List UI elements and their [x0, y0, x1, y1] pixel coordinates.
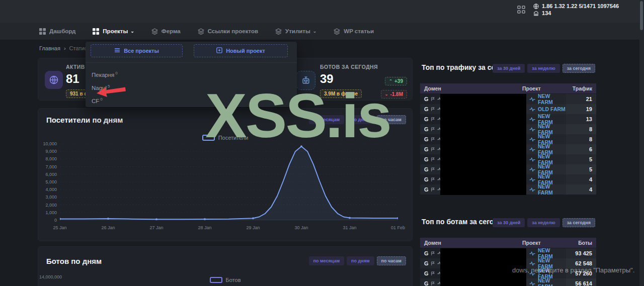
flag-icon[interactable]: [431, 251, 435, 256]
domain-icons: G: [420, 126, 440, 132]
google-icon[interactable]: G: [424, 280, 429, 286]
activity-icon: [529, 107, 535, 112]
new-project-button[interactable]: Новый проект: [194, 44, 288, 57]
x-axis-tick: 27 Jan: [141, 225, 172, 230]
period-button[interactable]: по дням: [347, 115, 374, 124]
flag-icon[interactable]: [431, 177, 435, 182]
nav-item[interactable]: Утилиты⌄: [275, 28, 316, 35]
flag-icon[interactable]: [431, 127, 435, 132]
google-icon[interactable]: G: [424, 96, 429, 102]
period-button[interactable]: по часам: [377, 115, 406, 124]
breadcrumb: Главная › Статис: [39, 45, 87, 51]
visitors-chart-legend[interactable]: Посетители: [38, 135, 412, 141]
project-link[interactable]: NEW FARM: [526, 124, 566, 134]
project-link[interactable]: NEW FARM: [526, 164, 566, 174]
flag-icon[interactable]: [431, 97, 435, 102]
google-icon[interactable]: G: [424, 166, 429, 172]
flag-icon[interactable]: [431, 107, 435, 112]
google-icon[interactable]: G: [424, 270, 429, 276]
project-link[interactable]: NEW FARM: [526, 114, 566, 124]
y-axis-tick: 3,000: [39, 195, 57, 200]
google-icon[interactable]: G: [424, 146, 429, 152]
all-projects-button[interactable]: Все проекты: [91, 44, 183, 57]
project-link[interactable]: NEW FARM: [526, 184, 566, 195]
google-icon[interactable]: G: [424, 186, 429, 193]
period-button[interactable]: за сегодня: [562, 64, 595, 73]
google-icon[interactable]: G: [424, 156, 429, 162]
domain-icons: G: [420, 186, 440, 193]
dropdown-project-item[interactable]: Пекарня0: [92, 71, 118, 78]
redacted-domains-block: [440, 94, 526, 195]
nav-item[interactable]: Дашборд: [39, 28, 75, 35]
project-link[interactable]: NEW FARM: [526, 144, 566, 154]
bots-delta-down-wrap: ⌄-1.8M: [381, 88, 407, 99]
google-icon[interactable]: G: [424, 136, 429, 142]
google-icon[interactable]: G: [424, 116, 429, 122]
google-icon[interactable]: G: [424, 126, 429, 132]
google-icon[interactable]: G: [424, 176, 429, 182]
period-button[interactable]: по часам: [377, 256, 406, 265]
period-button[interactable]: по дням: [347, 256, 374, 265]
value-cell: 62 548: [566, 258, 596, 268]
topbar-stat-lines: 1.86 1.32 1.22 5/1471 1097546 134: [533, 3, 619, 16]
period-button[interactable]: по месяцам: [309, 256, 345, 265]
nav-item[interactable]: Ферма: [151, 28, 181, 35]
activity-icon: [529, 177, 535, 182]
data-point-marker: [204, 218, 206, 220]
project-link[interactable]: NEW FARM: [526, 134, 566, 144]
scrollbar-thumb[interactable]: [640, 1, 643, 30]
layers-icon: [275, 28, 282, 35]
flag-icon[interactable]: [431, 281, 435, 286]
period-button[interactable]: за неделю: [527, 218, 559, 227]
google-icon[interactable]: G: [424, 106, 429, 112]
activity-icon: [529, 147, 535, 152]
y-axis-tick: 8,000: [39, 156, 57, 161]
breadcrumb-home[interactable]: Главная: [39, 45, 60, 51]
page-scrollbar[interactable]: [639, 0, 644, 286]
period-button[interactable]: за неделю: [527, 64, 559, 73]
data-point-marker: [155, 218, 157, 220]
nav-item[interactable]: Проекты⌄: [93, 28, 134, 35]
project-link[interactable]: NEW FARM: [526, 154, 566, 164]
activity-icon: [529, 281, 535, 286]
globe-tile-icon: [45, 71, 63, 89]
flag-icon[interactable]: [431, 261, 435, 266]
domain-icons: G: [420, 166, 440, 172]
bots-stat-value: 39: [320, 72, 334, 86]
flag-icon[interactable]: [431, 117, 435, 122]
period-button[interactable]: по месяцам: [309, 115, 345, 124]
period-button[interactable]: за 30 дней: [493, 218, 525, 227]
apps-grid-icon[interactable]: [517, 6, 525, 16]
flag-icon[interactable]: [431, 147, 435, 152]
main-nav: ДашбордПроекты⌄ФермаСсылки проектовУтили…: [0, 23, 644, 40]
project-link[interactable]: NEW FARM: [526, 268, 566, 278]
project-link[interactable]: NEW FARM: [526, 94, 566, 104]
active-stat-value: 81: [66, 72, 79, 86]
nav-item[interactable]: WP статьи: [334, 28, 374, 35]
flag-icon[interactable]: [431, 167, 435, 172]
globe-icon: [533, 4, 539, 9]
project-link[interactable]: NEW FARM: [526, 258, 566, 268]
project-link[interactable]: OLD FARM: [526, 104, 566, 114]
x-axis-tick: 25 Jan: [45, 225, 75, 230]
project-link[interactable]: NEW FARM: [526, 174, 566, 184]
bots-chart-legend[interactable]: Ботов: [38, 277, 412, 283]
flag-icon[interactable]: [431, 187, 435, 192]
data-point-marker: [300, 145, 302, 147]
flag-icon[interactable]: [431, 157, 435, 162]
period-button[interactable]: за сегодня: [562, 218, 595, 227]
domain-icons: G: [420, 136, 440, 142]
value-cell: 13: [566, 114, 596, 124]
flag-icon[interactable]: [431, 271, 435, 276]
x-axis-tick: 29 Jan: [238, 225, 268, 230]
flag-icon[interactable]: [431, 137, 435, 142]
google-icon[interactable]: G: [424, 250, 429, 256]
x-axis-tick: 30 Jan: [286, 225, 316, 230]
value-cell: 4: [566, 174, 596, 184]
period-button[interactable]: за 30 дней: [493, 64, 525, 73]
google-icon[interactable]: G: [424, 260, 429, 266]
project-link[interactable]: NEW FARM: [526, 248, 566, 258]
col-domain: Домен: [420, 85, 522, 91]
nav-item[interactable]: Ссылки проектов: [198, 28, 258, 35]
project-link[interactable]: NEW FARM: [526, 278, 566, 286]
